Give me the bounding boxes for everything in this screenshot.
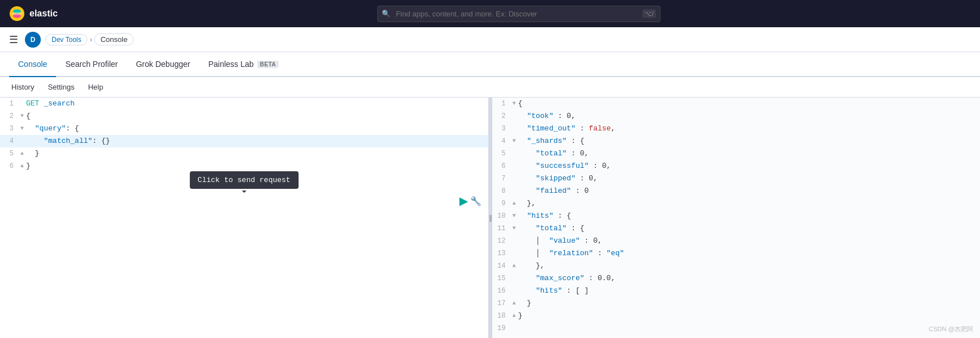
response-line-6: 6 "successful" : 0,	[492, 160, 981, 172]
response-line-13: 13 │ "relation" : "eq"	[492, 247, 981, 260]
search-shortcut-hint: ⌥/	[642, 10, 656, 18]
send-request-tooltip: Click to send request	[190, 171, 299, 189]
editor-line-6: 6 ▲ }	[0, 160, 488, 172]
history-button[interactable]: History	[9, 82, 36, 92]
response-pane: 1 ▼ { 2 "took" : 0, 3 "timed_out" : fals…	[492, 98, 981, 338]
response-line-11: 11 ▼ "total" : {	[492, 222, 981, 235]
editor-pane[interactable]: Click to send request 1 GET _search 2 ▼ …	[0, 98, 489, 338]
top-navigation: elastic 🔍 ⌥/	[0, 0, 980, 27]
response-line-8: 8 "failed" : 0	[492, 185, 981, 197]
run-button[interactable]: ▶	[459, 194, 468, 208]
response-line-10: 10 ▼ "hits" : {	[492, 210, 981, 222]
search-icon: 🔍	[382, 10, 390, 18]
editor-line-1: 1 GET _search	[0, 98, 488, 110]
avatar: D	[25, 32, 41, 48]
editor-line-5: 5 ▲ }	[0, 147, 488, 160]
editor-content[interactable]: Click to send request 1 GET _search 2 ▼ …	[0, 98, 488, 338]
response-line-3: 3 "timed_out" : false,	[492, 122, 981, 135]
response-line-7: 7 "skipped" : 0,	[492, 172, 981, 185]
response-line-4: 4 ▼ "_shards" : {	[492, 135, 981, 147]
elastic-logo-text: elastic	[29, 9, 58, 19]
response-line-14: 14 ▲ },	[492, 260, 981, 272]
breadcrumb-devtools[interactable]: Dev Tools	[45, 34, 87, 45]
response-line-16: 16 "hits" : [ ]	[492, 285, 981, 297]
breadcrumb-console: Console	[94, 33, 134, 45]
watermark: CSDN @杰肥阿	[929, 325, 973, 333]
secondary-navigation: ☰ D Dev Tools › Console	[0, 27, 980, 52]
tab-grok-debugger[interactable]: Grok Debugger	[127, 52, 199, 77]
elastic-logo-icon	[9, 6, 25, 22]
editor-line-2: 2 ▼ {	[0, 110, 488, 122]
response-line-19: 19	[492, 322, 981, 335]
wrench-button[interactable]: 🔧	[470, 196, 482, 206]
global-search[interactable]: 🔍 ⌥/	[377, 6, 661, 22]
action-bar: History Settings Help	[0, 77, 980, 98]
breadcrumb-separator: ›	[90, 36, 92, 44]
tab-search-profiler[interactable]: Search Profiler	[56, 52, 127, 77]
svg-point-3	[11, 12, 23, 15]
response-line-12: 12 │ "value" : 0,	[492, 235, 981, 247]
editor-line-4: 4 "match_all": {}	[0, 135, 488, 147]
tab-console[interactable]: Console	[9, 52, 56, 77]
response-line-18: 18 ▲ }	[492, 310, 981, 322]
editor-line-3: 3 ▼ "query": {	[0, 122, 488, 135]
tab-painless-lab[interactable]: Painless Lab BETA	[199, 52, 288, 77]
response-content: 1 ▼ { 2 "took" : 0, 3 "timed_out" : fals…	[492, 98, 981, 335]
response-line-17: 17 ▲ }	[492, 297, 981, 310]
response-line-5: 5 "total" : 0,	[492, 147, 981, 160]
breadcrumb: Dev Tools › Console	[45, 33, 134, 45]
hamburger-button[interactable]: ☰	[7, 31, 20, 48]
elastic-logo: elastic	[9, 6, 58, 22]
response-line-2: 2 "took" : 0,	[492, 110, 981, 122]
beta-badge: BETA	[257, 61, 279, 68]
help-button[interactable]: Help	[86, 82, 105, 92]
run-controls: ▶ 🔧	[459, 194, 482, 208]
tab-bar: Console Search Profiler Grok Debugger Pa…	[0, 52, 980, 77]
response-line-9: 9 ▲ },	[492, 197, 981, 210]
settings-button[interactable]: Settings	[45, 82, 76, 92]
main-content: Click to send request 1 GET _search 2 ▼ …	[0, 98, 980, 338]
global-search-input[interactable]	[377, 6, 661, 22]
response-line-15: 15 "max_score" : 0.0,	[492, 272, 981, 285]
response-line-1: 1 ▼ {	[492, 98, 981, 110]
